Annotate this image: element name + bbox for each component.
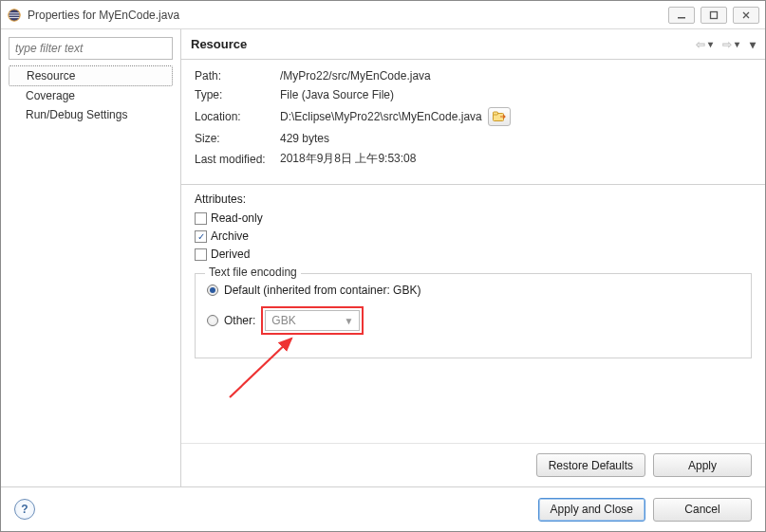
derived-label: Derived (211, 248, 250, 261)
archive-label: Archive (211, 229, 249, 243)
apply-and-close-button[interactable]: Apply and Close (538, 498, 645, 522)
encoding-other-combo[interactable]: GBK ▼ (265, 310, 360, 331)
back-menu-icon[interactable]: ▾ (708, 39, 713, 49)
sidebar-item-resource[interactable]: Resource (9, 65, 173, 86)
svg-rect-5 (678, 17, 685, 19)
close-button[interactable] (733, 7, 759, 24)
minimize-button[interactable] (668, 7, 695, 24)
location-label: Location: (195, 110, 280, 123)
filter-input[interactable] (9, 37, 173, 60)
maximize-button[interactable] (701, 7, 727, 24)
readonly-checkbox[interactable] (195, 212, 207, 225)
sidebar: Resource Coverage Run/Debug Settings (1, 29, 181, 486)
annotation-arrow-icon (201, 331, 315, 407)
forward-menu-icon[interactable]: ▾ (735, 39, 739, 49)
back-icon[interactable]: ⇦ (696, 38, 705, 51)
sidebar-item-rundebug[interactable]: Run/Debug Settings (9, 105, 173, 124)
help-button[interactable]: ? (14, 499, 35, 520)
encoding-default-label: Default (inherited from container: GBK) (224, 284, 420, 297)
eclipse-icon (7, 8, 22, 23)
window-title: Properties for MyEnCode.java (28, 9, 668, 22)
readonly-label: Read-only (211, 211, 263, 225)
category-tree: Resource Coverage Run/Debug Settings (9, 65, 173, 124)
encoding-other-radio[interactable] (207, 315, 218, 326)
content-pane: Resource ⇦ ▾ ⇨ ▾ ▾ Path: /MyPro22/src/My… (181, 29, 765, 486)
dialog-button-bar: ? Apply and Close Cancel (1, 487, 765, 531)
forward-icon[interactable]: ⇨ (722, 38, 732, 51)
type-value: File (Java Source File) (280, 88, 394, 101)
location-value: D:\Eclipse\MyPro22\src\MyEnCode.java (280, 110, 482, 123)
page-title: Resource (191, 37, 247, 51)
path-label: Path: (195, 69, 280, 83)
encoding-other-value: GBK (271, 314, 295, 327)
encoding-other-label: Other: (224, 314, 255, 327)
encoding-group: Text file encoding Default (inherited fr… (195, 273, 752, 358)
sidebar-item-coverage[interactable]: Coverage (9, 86, 173, 105)
derived-checkbox[interactable] (195, 248, 207, 261)
encoding-legend: Text file encoding (205, 266, 301, 279)
show-in-system-explorer-button[interactable] (488, 107, 511, 126)
size-value: 429 bytes (280, 132, 329, 145)
highlight-annotation: GBK ▼ (261, 306, 364, 335)
view-menu-icon[interactable]: ▾ (750, 38, 756, 51)
modified-value: 2018年9月8日 上午9:53:08 (280, 151, 416, 167)
restore-defaults-button[interactable]: Restore Defaults (536, 453, 645, 477)
svg-rect-1 (9, 12, 20, 13)
path-value: /MyPro22/src/MyEnCode.java (280, 69, 431, 83)
svg-rect-2 (9, 14, 20, 15)
modified-label: Last modified: (195, 153, 280, 166)
type-label: Type: (195, 88, 280, 101)
nav-arrows: ⇦ ▾ ⇨ ▾ ▾ (696, 38, 756, 51)
chevron-down-icon: ▼ (344, 316, 353, 326)
svg-rect-6 (711, 11, 718, 18)
archive-checkbox[interactable]: ✓ (195, 230, 207, 243)
cancel-button[interactable]: Cancel (653, 498, 752, 522)
svg-rect-3 (9, 17, 20, 18)
apply-button[interactable]: Apply (653, 453, 752, 477)
size-label: Size: (195, 132, 280, 145)
attributes-heading: Attributes: (195, 193, 752, 206)
svg-line-9 (230, 339, 291, 397)
svg-rect-8 (493, 112, 497, 115)
titlebar: Properties for MyEnCode.java (1, 1, 765, 29)
encoding-default-radio[interactable] (207, 284, 218, 296)
